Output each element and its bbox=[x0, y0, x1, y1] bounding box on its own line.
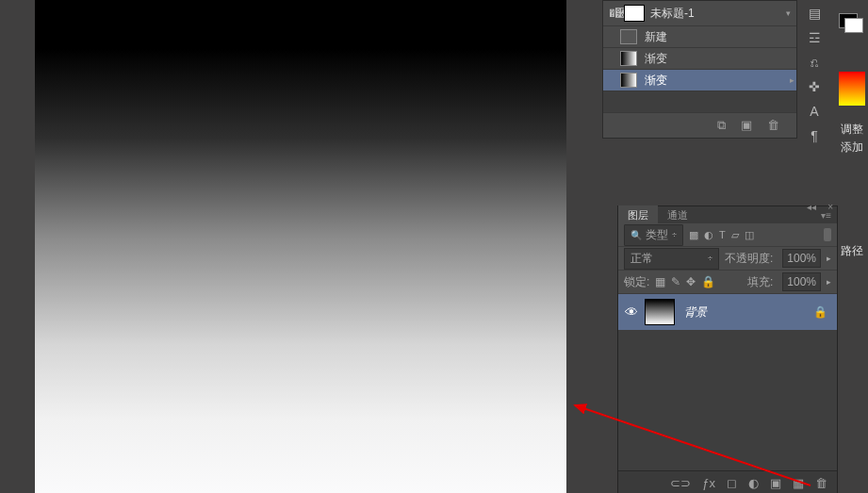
lock-position-icon[interactable]: ✥ bbox=[686, 275, 696, 288]
delete-layer-icon[interactable]: 🗑 bbox=[815, 476, 827, 490]
filter-adjust-icon[interactable]: ◐ bbox=[704, 229, 713, 241]
adjust-panel-icon[interactable]: ☲ bbox=[809, 30, 821, 45]
lock-fill-row: 锁定: ▦ ✎ ✥ 🔒 填充: 100% ▸ bbox=[618, 271, 837, 294]
lock-label: 锁定: bbox=[624, 274, 649, 290]
filter-smart-icon[interactable]: ◫ bbox=[745, 229, 754, 241]
adjustments-label[interactable]: 调整 bbox=[841, 122, 863, 138]
blend-mode-dropdown[interactable]: 正常 ÷ bbox=[624, 248, 719, 270]
history-item[interactable]: 渐变 bbox=[603, 48, 796, 70]
history-header: �཰ 未标题-1 ▾ bbox=[603, 1, 796, 26]
history-item-label: 渐变 bbox=[645, 51, 667, 67]
layers-panel: ◂◂ × 图层 通道 ▾≡ 🔍 类型 ÷ ▩ ◐ T ▱ ◫ 正常 ÷ 不透明度… bbox=[617, 205, 838, 493]
add-label[interactable]: 添加 bbox=[841, 140, 863, 156]
search-icon: 🔍 bbox=[631, 230, 642, 240]
fill-value[interactable]: 100% bbox=[782, 272, 821, 291]
opacity-label: 不透明度: bbox=[725, 251, 773, 267]
layer-list: 👁 背景 🔒 bbox=[618, 294, 837, 330]
type-icon[interactable]: A bbox=[810, 104, 818, 119]
history-empty-row bbox=[603, 91, 796, 112]
canvas-document[interactable] bbox=[35, 0, 566, 493]
gradient-icon bbox=[620, 73, 637, 88]
filter-kind-label: 类型 bbox=[646, 227, 668, 243]
history-panel: �཰ 未标题-1 ▾ 新建 渐变 渐变 ▸ ⧉ ▣ 🗑 bbox=[602, 0, 797, 139]
ruler-icon[interactable]: ✜ bbox=[809, 79, 820, 94]
snapshot-icon[interactable]: ▣ bbox=[741, 118, 752, 133]
chevron-down-icon[interactable]: ▸ bbox=[827, 254, 831, 263]
layer-fx-icon[interactable]: ƒx bbox=[702, 476, 715, 490]
lock-icon[interactable]: 🔒 bbox=[813, 305, 827, 319]
vertical-tool-strip: ▤ ☲ ⎌ ✜ A ¶ bbox=[801, 0, 827, 194]
history-item-selected[interactable]: 渐变 ▸ bbox=[603, 70, 796, 91]
group-icon[interactable]: ▣ bbox=[770, 476, 781, 490]
brush-panel-icon[interactable]: ⎌ bbox=[811, 55, 818, 70]
layers-tabs: 图层 通道 ▾≡ bbox=[618, 206, 837, 223]
layer-name[interactable]: 背景 bbox=[684, 304, 813, 320]
layer-filter-row: 🔍 类型 ÷ ▩ ◐ T ▱ ◫ bbox=[618, 223, 837, 247]
lock-all-icon[interactable]: 🔒 bbox=[701, 275, 715, 288]
filter-type-icon[interactable]: T bbox=[719, 229, 726, 240]
history-item-menu-icon[interactable]: ▸ bbox=[790, 75, 794, 85]
swap-color-icon[interactable]: ▤ bbox=[809, 6, 821, 21]
opacity-value[interactable]: 100% bbox=[782, 249, 821, 268]
layer-mask-icon[interactable]: ◻ bbox=[727, 476, 737, 490]
lock-brush-icon[interactable]: ✎ bbox=[671, 275, 680, 288]
link-layers-icon[interactable]: ⊂⊃ bbox=[670, 476, 691, 490]
adjustment-layer-icon[interactable]: ◐ bbox=[748, 476, 759, 490]
paths-label[interactable]: 路径 bbox=[841, 243, 863, 259]
history-doc-thumb[interactable] bbox=[624, 5, 645, 22]
filter-kind-dropdown[interactable]: 🔍 类型 ÷ bbox=[624, 224, 683, 246]
layers-footer: ⊂⊃ ƒx ◻ ◐ ▣ ▦ 🗑 bbox=[618, 470, 837, 493]
panel-close-icon[interactable]: × bbox=[827, 202, 833, 212]
history-item[interactable]: 新建 bbox=[603, 26, 796, 48]
color-swatch[interactable] bbox=[839, 13, 863, 32]
chevron-down-icon: ÷ bbox=[672, 230, 677, 239]
filter-toggle[interactable] bbox=[824, 228, 831, 241]
gradient-icon bbox=[620, 51, 637, 66]
blend-opacity-row: 正常 ÷ 不透明度: 100% ▸ bbox=[618, 247, 837, 271]
filter-pixel-icon[interactable]: ▩ bbox=[689, 229, 698, 241]
panel-collapse-icon[interactable]: ◂◂ bbox=[807, 202, 816, 212]
history-head-menu-icon[interactable]: ▾ bbox=[786, 8, 791, 18]
new-file-icon bbox=[620, 29, 637, 44]
history-item-label: 渐变 bbox=[645, 73, 667, 89]
create-doc-icon[interactable]: ⧉ bbox=[717, 118, 726, 133]
paragraph-icon[interactable]: ¶ bbox=[811, 128, 818, 143]
blend-mode-value: 正常 bbox=[631, 251, 653, 267]
filter-shape-icon[interactable]: ▱ bbox=[731, 229, 739, 241]
tab-layers[interactable]: 图层 bbox=[618, 205, 658, 225]
new-layer-icon[interactable]: ▦ bbox=[793, 476, 804, 490]
visibility-eye-icon[interactable]: 👁 bbox=[618, 304, 645, 320]
history-doc-title: 未标题-1 bbox=[650, 6, 695, 22]
history-brush-icon: �཰ bbox=[609, 7, 622, 20]
gradient-preview[interactable] bbox=[839, 72, 865, 106]
layer-thumbnail[interactable] bbox=[645, 299, 675, 325]
chevron-down-icon: ÷ bbox=[708, 254, 712, 263]
layer-item-background[interactable]: 👁 背景 🔒 bbox=[618, 294, 837, 330]
delete-history-icon[interactable]: 🗑 bbox=[767, 118, 779, 133]
lock-transparent-icon[interactable]: ▦ bbox=[655, 275, 665, 288]
history-item-label: 新建 bbox=[645, 29, 667, 45]
tab-channels[interactable]: 通道 bbox=[658, 205, 697, 225]
chevron-down-icon[interactable]: ▸ bbox=[827, 277, 831, 287]
history-footer: ⧉ ▣ 🗑 bbox=[603, 112, 796, 138]
layer-list-empty bbox=[618, 330, 837, 471]
fill-label: 填充: bbox=[747, 274, 773, 290]
